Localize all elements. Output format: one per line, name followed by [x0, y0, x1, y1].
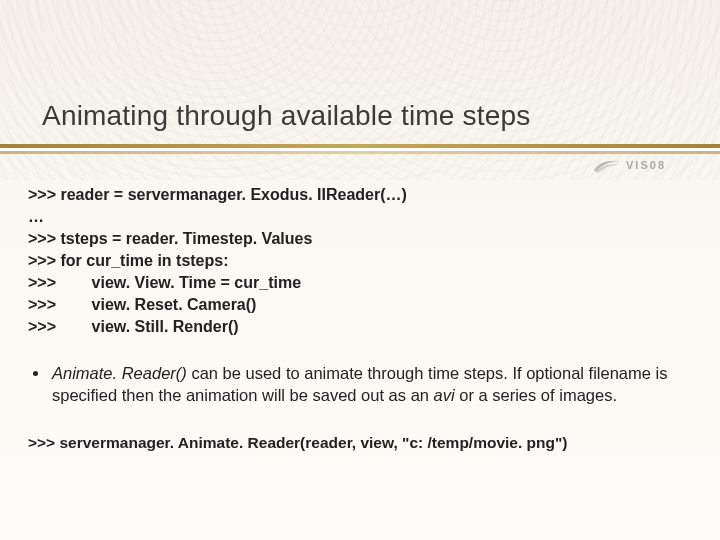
- logo-swish-icon: [592, 156, 622, 174]
- slide-title: Animating through available time steps: [42, 100, 531, 132]
- bottom-code-line: >>> servermanager. Animate. Reader(reade…: [28, 434, 680, 452]
- slide: Animating through available time steps V…: [0, 0, 720, 540]
- code-line: …: [28, 206, 680, 228]
- code-line: >>> view. View. Time = cur_time: [28, 272, 680, 294]
- code-block: >>> reader = servermanager. Exodus. IIRe…: [28, 184, 680, 338]
- bullet-block: Animate. Reader() can be used to animate…: [28, 362, 680, 406]
- code-line: >>> tsteps = reader. Timestep. Values: [28, 228, 680, 250]
- logo-text: VIS08: [626, 159, 666, 171]
- vis08-logo: VIS08: [556, 152, 666, 178]
- code-line: >>> view. Reset. Camera(): [28, 294, 680, 316]
- code-line: >>> for cur_time in tsteps:: [28, 250, 680, 272]
- bullet-text-tail: or a series of images.: [455, 386, 617, 404]
- code-line: >>> reader = servermanager. Exodus. IIRe…: [28, 184, 680, 206]
- bullet-fn: Animate. Reader(): [52, 364, 187, 382]
- bullet-avi: avi: [434, 386, 455, 404]
- bullet-item: Animate. Reader() can be used to animate…: [50, 362, 680, 406]
- code-line: >>> view. Still. Render(): [28, 316, 680, 338]
